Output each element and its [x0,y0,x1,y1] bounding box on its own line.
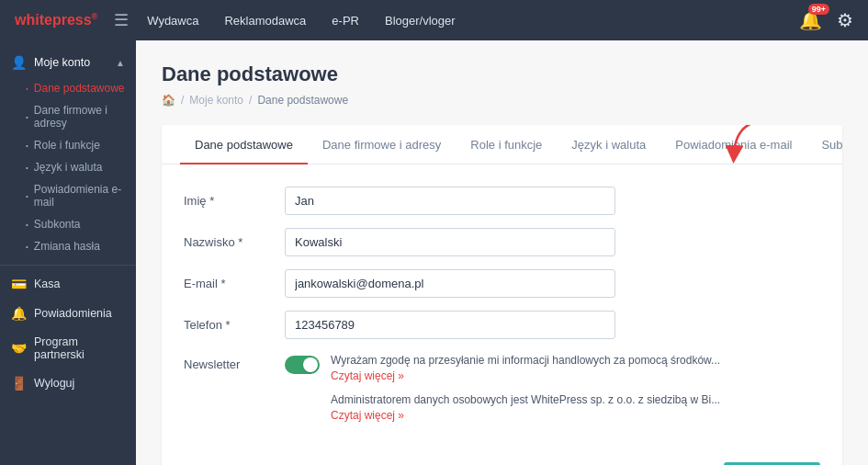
page-title: Dane podstawowe [162,62,842,86]
sidebar-powiadomienia-label: Powiadomienia [34,307,112,320]
sidebar-program-label: Program partnerski [34,335,125,361]
sidebar-sub-items: • Dane podstawowe • Dane firmowe i adres… [0,77,136,257]
form-row-imie: Imię * [184,187,820,215]
breadcrumb-sep: / [249,94,252,107]
newsletter-link1[interactable]: Czytaj więcej » [331,369,404,382]
newsletter-link2[interactable]: Czytaj więcej » [331,409,404,422]
sidebar: 👤 Moje konto ▲ • Dane podstawowe • Dane … [0,40,136,465]
main-card: Dane podstawowe Dane firmowe i adresy Ro… [162,125,842,465]
logo-reg: ® [92,12,98,21]
breadcrumb-sep: / [181,94,184,107]
sidebar-item-powiadomienia[interactable]: 🔔 Powiadomienia [0,299,136,328]
tabs-bar: Dane podstawowe Dane firmowe i adresy Ro… [162,125,842,164]
form-row-email: E-mail * [184,269,820,298]
label-email: E-mail * [184,277,285,290]
form-row-nazwisko: Nazwisko * [184,228,820,256]
newsletter-label: Newsletter [184,352,285,371]
kasa-icon: 💳 [11,277,27,291]
sidebar-sub-label: Subkonta [34,218,81,231]
hamburger-menu-icon[interactable]: ☰ [114,10,129,30]
sidebar-my-account-section: 👤 Moje konto ▲ • Dane podstawowe • Dane … [0,48,136,257]
logo-text: whitepress® [15,12,97,28]
logo-white: white [15,12,52,28]
bell-icon: 🔔 [11,306,27,321]
input-telefon[interactable] [285,311,615,339]
top-nav-right: 🔔 99+ ⚙ [799,9,853,31]
sidebar-kasa-label: Kasa [34,278,61,290]
sidebar-item-my-account[interactable]: 👤 Moje konto ▲ [0,48,136,77]
nav-link-reklamodawca[interactable]: Reklamodawca [224,14,306,28]
tab-jezyk[interactable]: Język i waluta [557,125,660,164]
tab-powiadomienia[interactable]: Powiadomienia e-mail [660,125,806,164]
sidebar-divider [0,265,136,266]
sidebar-sub-role[interactable]: • Role i funkcje [15,134,136,156]
dot-icon: • [26,192,28,200]
newsletter-text-block: Wyrażam zgodę na przesyłanie mi informac… [331,352,820,422]
main-layout: 👤 Moje konto ▲ • Dane podstawowe • Dane … [0,40,868,465]
sidebar-item-program-partnerski[interactable]: 🤝 Program partnerski [0,328,136,369]
sidebar-my-account-label: Moje konto [34,56,90,69]
sidebar-sub-label: Powiadomienia e-mail [34,183,125,209]
settings-button[interactable]: ⚙ [837,9,853,31]
sidebar-item-kasa[interactable]: 💳 Kasa [0,269,136,299]
sidebar-sub-label: Język i waluta [34,161,103,174]
person-icon: 👤 [11,55,27,70]
tab-dane-firmowe[interactable]: Dane firmowe i adresy [308,125,456,164]
sidebar-sub-subkonta[interactable]: • Subkonta [15,213,136,235]
input-email[interactable] [285,269,615,298]
sidebar-sub-label: Zmiana hasła [34,240,100,253]
breadcrumb-current: Dane podstawowe [257,94,348,107]
home-icon: 🏠 [162,94,175,107]
dot-icon: • [26,243,28,251]
newsletter-content: Wyrażam zgodę na przesyłanie mi informac… [285,352,820,422]
dot-icon: • [26,113,28,121]
sidebar-sub-powiadomienia[interactable]: • Powiadomienia e-mail [15,178,136,213]
sidebar-item-wyloguj[interactable]: 🚪 Wyloguj [0,369,136,398]
input-nazwisko[interactable] [285,228,615,256]
sidebar-sub-label: Dane podstawowe [34,82,125,95]
form-footer: ZAPISZ [162,453,842,465]
sidebar-sub-label: Role i funkcje [34,139,100,152]
dot-icon: • [26,142,28,150]
breadcrumb: 🏠 / Moje konto / Dane podstawowe [162,94,842,107]
tab-dane-podstawowe[interactable]: Dane podstawowe [180,125,308,164]
logo-area: whitepress® ☰ [15,10,129,30]
sidebar-sub-dane-firmowe[interactable]: • Dane firmowe i adresy [15,99,136,134]
breadcrumb-my-account: Moje konto [189,94,243,107]
form-area: Imię * Nazwisko * E-mail * Telefon * New… [162,164,842,453]
chevron-up-icon: ▲ [116,58,125,68]
newsletter-text1: Wyrażam zgodę na przesyłanie mi informac… [331,352,820,369]
form-row-telefon: Telefon * [184,311,820,339]
notification-badge: 99+ [808,4,829,15]
sidebar-sub-jezyk[interactable]: • Język i waluta [15,156,136,178]
sidebar-sub-zmiana-hasla[interactable]: • Zmiana hasła [15,235,136,257]
label-imie: Imię * [184,194,285,208]
gear-icon: ⚙ [837,10,853,30]
logout-icon: 🚪 [11,376,27,391]
nav-link-bloger[interactable]: Bloger/vloger [385,14,456,28]
toggle-thumb [303,357,318,372]
content-area: Dane podstawowe 🏠 / Moje konto / Dane po… [136,40,868,465]
top-nav-links: Wydawca Reklamodawca e-PR Bloger/vloger [147,14,799,28]
sidebar-sub-label: Dane firmowe i adresy [34,104,125,130]
sidebar-wyloguj-label: Wyloguj [34,377,74,390]
partner-icon: 🤝 [11,341,27,356]
newsletter-row: Newsletter Wyrażam zgodę na przesyłanie … [184,352,820,422]
nav-link-wydawca[interactable]: Wydawca [147,14,198,28]
logo-press: press [52,12,92,28]
sidebar-sub-dane-podstawowe[interactable]: • Dane podstawowe [15,77,136,99]
dot-icon: • [26,221,28,229]
input-imie[interactable] [285,187,615,215]
notification-button[interactable]: 🔔 99+ [799,9,822,31]
nav-link-epr[interactable]: e-PR [332,14,359,28]
label-nazwisko: Nazwisko * [184,235,285,249]
tab-role[interactable]: Role i funkcje [456,125,557,164]
top-navigation: whitepress® ☰ Wydawca Reklamodawca e-PR … [0,0,868,40]
tab-subkonta[interactable]: Subkonta [806,125,842,164]
newsletter-toggle[interactable] [285,356,320,374]
dot-icon: • [26,85,28,93]
dot-icon: • [26,164,28,172]
newsletter-text2: Administratorem danych osobowych jest Wh… [331,391,820,408]
label-telefon: Telefon * [184,318,285,332]
